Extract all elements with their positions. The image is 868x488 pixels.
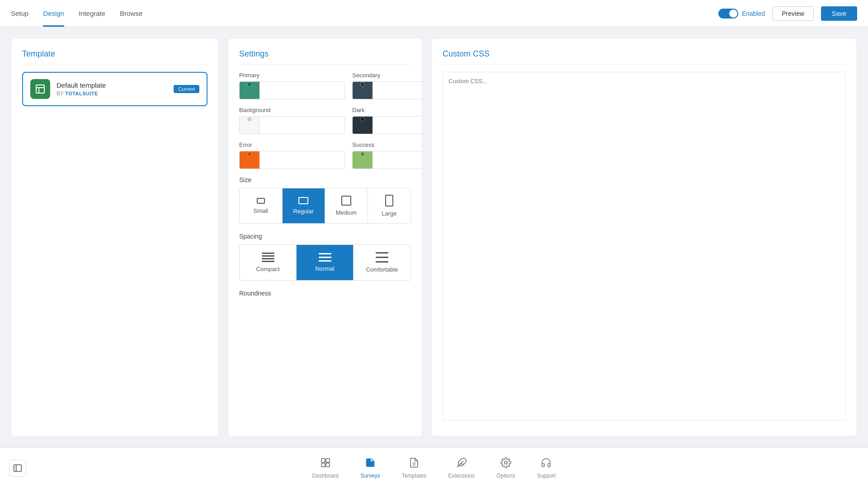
dark-color-group: Dark #263440 <box>352 107 422 134</box>
save-button[interactable]: Save <box>821 6 857 21</box>
spacing-grid: Compact Normal Comfortable <box>239 244 411 281</box>
spacing-compact-label: Compact <box>256 266 279 272</box>
bottom-navigation: Dashboard Surveys Templates <box>0 447 868 488</box>
size-regular-label: Regular <box>293 208 314 215</box>
nav-tab-browse[interactable]: Browse <box>120 0 142 27</box>
template-by: BY TOTALSUITE <box>57 90 167 97</box>
primary-color-input[interactable]: #3A9278 <box>239 81 345 99</box>
enabled-toggle-container: Enabled <box>718 9 765 19</box>
secondary-color-field[interactable]: #364959 <box>373 87 422 94</box>
svg-rect-8 <box>326 463 330 467</box>
dark-color-input[interactable]: #263440 <box>352 116 422 134</box>
secondary-swatch[interactable] <box>353 81 373 99</box>
custom-css-textarea[interactable] <box>443 72 846 421</box>
comfortable-icon <box>376 252 388 263</box>
primary-color-group: Primary #3A9278 <box>239 72 345 99</box>
nav-tab-integrate[interactable]: Integrate <box>79 0 105 27</box>
extensions-label: Extensions <box>448 473 475 479</box>
svg-rect-3 <box>14 465 22 471</box>
secondary-color-input[interactable]: #364959 <box>352 81 422 99</box>
template-panel-title: Template <box>22 49 208 65</box>
nav-tabs: Setup Design Integrate Browse <box>11 0 142 27</box>
nav-tab-design[interactable]: Design <box>43 0 64 27</box>
size-large[interactable]: Large <box>368 188 411 223</box>
template-by-value: TOTALSUITE <box>65 91 98 96</box>
sidebar-toggle-button[interactable] <box>9 460 26 477</box>
current-badge: Current <box>174 85 199 93</box>
size-medium[interactable]: Medium <box>325 188 368 223</box>
nav-item-support[interactable]: Support <box>537 457 556 479</box>
primary-swatch[interactable] <box>240 81 259 99</box>
nav-item-options[interactable]: Options <box>496 457 515 479</box>
background-color-field[interactable]: #f6f6f6 <box>259 122 344 129</box>
spacing-comfortable-label: Comfortable <box>366 266 398 273</box>
primary-color-field[interactable]: #3A9278 <box>259 87 344 94</box>
extensions-icon <box>456 457 467 470</box>
nav-right-actions: Enabled Preview Save <box>718 6 857 21</box>
success-swatch[interactable] <box>353 151 373 169</box>
svg-rect-5 <box>321 459 325 462</box>
surveys-icon <box>365 457 376 470</box>
dashboard-label: Dashboard <box>312 473 339 479</box>
small-icon <box>257 198 265 204</box>
templates-icon <box>409 457 420 470</box>
templates-label: Templates <box>402 473 427 479</box>
success-color-field[interactable]: #90BE6D <box>373 157 422 164</box>
size-regular[interactable]: Regular <box>283 188 326 223</box>
compact-icon <box>262 253 274 262</box>
top-navigation: Setup Design Integrate Browse Enabled Pr… <box>0 0 868 27</box>
dashboard-icon <box>320 457 331 470</box>
enabled-label: Enabled <box>742 10 765 17</box>
nav-item-templates[interactable]: Templates <box>402 457 427 479</box>
spacing-label: Spacing <box>239 233 411 240</box>
success-color-input[interactable]: #90BE6D <box>352 151 422 169</box>
template-info: Default template BY TOTALSUITE <box>57 81 167 97</box>
svg-rect-6 <box>326 459 330 462</box>
primary-label: Primary <box>239 72 345 79</box>
success-color-group: Success #90BE6D <box>352 141 422 169</box>
size-large-label: Large <box>382 210 396 217</box>
dark-swatch[interactable] <box>353 116 373 134</box>
template-icon <box>30 79 50 99</box>
surveys-label: Surveys <box>360 473 380 479</box>
spacing-normal-label: Normal <box>316 265 335 272</box>
error-color-input[interactable]: #F26418 <box>239 151 345 169</box>
svg-rect-0 <box>36 85 44 93</box>
css-panel-title: Custom CSS <box>443 49 846 65</box>
background-color-input[interactable]: #f6f6f6 <box>239 116 345 134</box>
enabled-toggle[interactable] <box>718 9 738 19</box>
size-small[interactable]: Small <box>240 188 283 223</box>
error-label: Error <box>239 141 345 148</box>
spacing-comfortable[interactable]: Comfortable <box>354 245 410 280</box>
nav-item-surveys[interactable]: Surveys <box>360 457 380 479</box>
template-panel: Template Default template BY TOTALSUITE … <box>11 38 219 436</box>
settings-panel: Settings Primary #3A9278 Secondary <box>228 38 422 436</box>
svg-rect-7 <box>321 463 325 467</box>
error-swatch[interactable] <box>240 151 259 169</box>
background-swatch[interactable] <box>240 116 259 134</box>
size-small-label: Small <box>253 207 268 214</box>
dark-color-field[interactable]: #263440 <box>373 122 422 129</box>
bottom-nav-items: Dashboard Surveys Templates <box>312 457 556 479</box>
regular-icon <box>298 197 308 204</box>
color-section: Primary #3A9278 Secondary #364959 <box>239 72 411 169</box>
nav-tab-setup[interactable]: Setup <box>11 0 28 27</box>
error-color-field[interactable]: #F26418 <box>259 157 344 164</box>
size-label: Size <box>239 176 411 183</box>
background-color-group: Background #f6f6f6 <box>239 107 345 134</box>
support-label: Support <box>537 473 556 479</box>
roundness-label: Roundness <box>239 290 411 297</box>
secondary-color-group: Secondary #364959 <box>352 72 422 99</box>
default-template-card[interactable]: Default template BY TOTALSUITE Current <box>22 72 208 106</box>
options-icon <box>500 457 511 470</box>
spacing-normal[interactable]: Normal <box>297 245 354 280</box>
size-grid: Small Regular Medium Large <box>239 188 411 224</box>
large-icon <box>385 195 393 206</box>
nav-item-extensions[interactable]: Extensions <box>448 457 475 479</box>
error-color-group: Error #F26418 <box>239 141 345 169</box>
nav-item-dashboard[interactable]: Dashboard <box>312 457 339 479</box>
dark-label: Dark <box>352 107 422 113</box>
preview-button[interactable]: Preview <box>772 6 814 21</box>
spacing-compact[interactable]: Compact <box>240 245 297 280</box>
main-content: Template Default template BY TOTALSUITE … <box>0 27 868 447</box>
